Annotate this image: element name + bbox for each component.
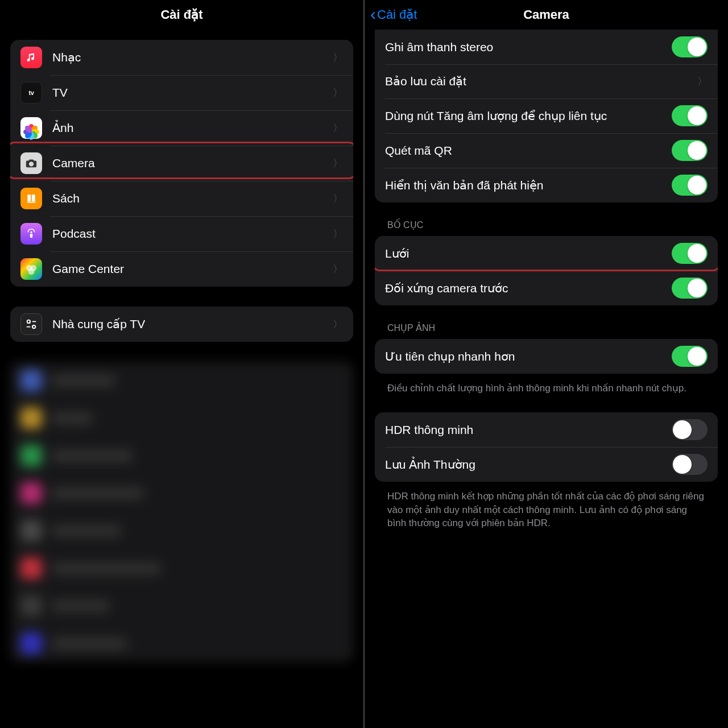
- row-label: Sách: [52, 191, 333, 206]
- chevron-right-icon: 〉: [333, 192, 343, 205]
- group-hdr: HDR thông minh Lưu Ảnh Thường: [375, 412, 718, 482]
- header: Cài đặt: [0, 0, 363, 30]
- books-icon: [20, 188, 42, 209]
- tv-provider-icon: [20, 313, 42, 335]
- chevron-right-icon: 〉: [333, 51, 343, 64]
- back-button[interactable]: ‹ Cài đặt: [370, 7, 417, 23]
- row-label: Ghi âm thanh stereo: [385, 39, 672, 55]
- toggle-qr[interactable]: [672, 140, 708, 161]
- provider-group: Nhà cung cấp TV 〉: [10, 307, 353, 342]
- chevron-left-icon: ‹: [370, 6, 376, 23]
- row-label: Podcast: [52, 226, 333, 241]
- row-label: Dùng nút Tăng âm lượng để chụp liên tục: [385, 108, 672, 123]
- row-label: Lưới: [385, 246, 672, 261]
- toggle-grid[interactable]: [672, 243, 708, 264]
- row-label: Đối xứng camera trước: [385, 280, 672, 296]
- gamecenter-icon: [20, 258, 42, 280]
- group-main: Ghi âm thanh stereo Bảo lưu cài đặt 〉 Dù…: [375, 30, 718, 202]
- chevron-right-icon: 〉: [333, 86, 343, 100]
- row-books[interactable]: Sách 〉: [10, 181, 353, 216]
- group-capture: Ưu tiên chụp nhanh hơn: [375, 339, 718, 374]
- row-music[interactable]: Nhạc 〉: [10, 40, 353, 75]
- row-podcasts[interactable]: Podcast 〉: [10, 216, 353, 251]
- row-volume-burst[interactable]: Dùng nút Tăng âm lượng để chụp liên tục: [375, 98, 718, 133]
- blurred-group: [10, 362, 353, 662]
- row-label: Ưu tiên chụp nhanh hơn: [385, 349, 672, 364]
- toggle-faster-shot[interactable]: [672, 346, 708, 367]
- row-tv[interactable]: tv TV 〉: [10, 75, 353, 110]
- toggle-volume-burst[interactable]: [672, 105, 708, 126]
- row-gamecenter[interactable]: Game Center 〉: [10, 251, 353, 287]
- tv-icon: tv: [20, 82, 42, 104]
- row-label: Ảnh: [52, 120, 333, 135]
- photos-icon: [20, 117, 42, 139]
- row-label: Lưu Ảnh Thường: [385, 457, 672, 472]
- row-label: Game Center: [52, 261, 333, 276]
- row-photos[interactable]: Ảnh 〉: [10, 110, 353, 146]
- row-preserve-settings[interactable]: Bảo lưu cài đặt 〉: [375, 64, 718, 98]
- row-grid[interactable]: Lưới: [375, 236, 718, 271]
- row-faster-shot[interactable]: Ưu tiên chụp nhanh hơn: [375, 339, 718, 374]
- apps-group: Nhạc 〉 tv TV 〉: [10, 40, 353, 287]
- settings-root-panel: Cài đặt Nhạc 〉 tv TV 〉: [0, 0, 363, 728]
- row-keep-normal[interactable]: Lưu Ảnh Thường: [375, 447, 718, 482]
- row-label: Nhạc: [52, 49, 333, 65]
- toggle-mirror[interactable]: [672, 278, 708, 299]
- toggle-smart-hdr[interactable]: [672, 419, 708, 440]
- row-smart-hdr[interactable]: HDR thông minh: [375, 412, 718, 447]
- row-label: Bảo lưu cài đặt: [385, 73, 697, 89]
- toggle-live-text[interactable]: [672, 175, 708, 196]
- row-label: Camera: [52, 155, 333, 171]
- camera-settings-panel: ‹ Cài đặt Camera Ghi âm thanh stereo Bảo…: [365, 0, 728, 728]
- header: ‹ Cài đặt Camera: [365, 0, 728, 30]
- music-icon: [20, 47, 42, 68]
- row-label: Nhà cung cấp TV: [52, 316, 333, 332]
- camera-icon: [20, 152, 42, 174]
- chevron-right-icon: 〉: [333, 317, 343, 331]
- podcasts-icon: [20, 223, 42, 245]
- toggle-stereo[interactable]: [672, 36, 708, 57]
- svg-point-3: [28, 268, 35, 275]
- row-live-text[interactable]: Hiển thị văn bản đã phát hiện: [375, 168, 718, 202]
- section-layout-header: BỐ CỤC: [375, 220, 718, 236]
- row-camera[interactable]: Camera 〉: [10, 146, 353, 181]
- camera-scroll: Ghi âm thanh stereo Bảo lưu cài đặt 〉 Dù…: [365, 30, 728, 728]
- row-label: Quét mã QR: [385, 143, 672, 158]
- footer-capture: Điều chỉnh chất lượng hình ảnh thông min…: [375, 376, 718, 395]
- footer-hdr: HDR thông minh kết hợp những phần tốt nh…: [375, 484, 718, 530]
- toggle-keep-normal[interactable]: [672, 454, 708, 475]
- back-label: Cài đặt: [377, 7, 417, 22]
- row-scan-qr[interactable]: Quét mã QR: [375, 133, 718, 168]
- chevron-right-icon: 〉: [333, 262, 343, 276]
- row-label: HDR thông minh: [385, 422, 672, 437]
- chevron-right-icon: 〉: [333, 156, 343, 170]
- chevron-right-icon: 〉: [333, 121, 343, 135]
- group-layout: Lưới Đối xứng camera trước: [375, 236, 718, 305]
- row-label: TV: [52, 85, 333, 100]
- settings-scroll: Nhạc 〉 tv TV 〉: [0, 30, 363, 728]
- row-stereo-audio[interactable]: Ghi âm thanh stereo: [375, 30, 718, 64]
- header-title: Camera: [523, 7, 569, 22]
- header-title: Cài đặt: [160, 7, 202, 22]
- chevron-right-icon: 〉: [697, 75, 708, 88]
- svg-point-0: [30, 231, 32, 233]
- row-label: Hiển thị văn bản đã phát hiện: [385, 177, 672, 193]
- row-tv-provider[interactable]: Nhà cung cấp TV 〉: [10, 307, 353, 342]
- chevron-right-icon: 〉: [333, 227, 343, 241]
- row-mirror-front[interactable]: Đối xứng camera trước: [375, 271, 718, 305]
- section-capture-header: CHỤP ẢNH: [375, 322, 718, 339]
